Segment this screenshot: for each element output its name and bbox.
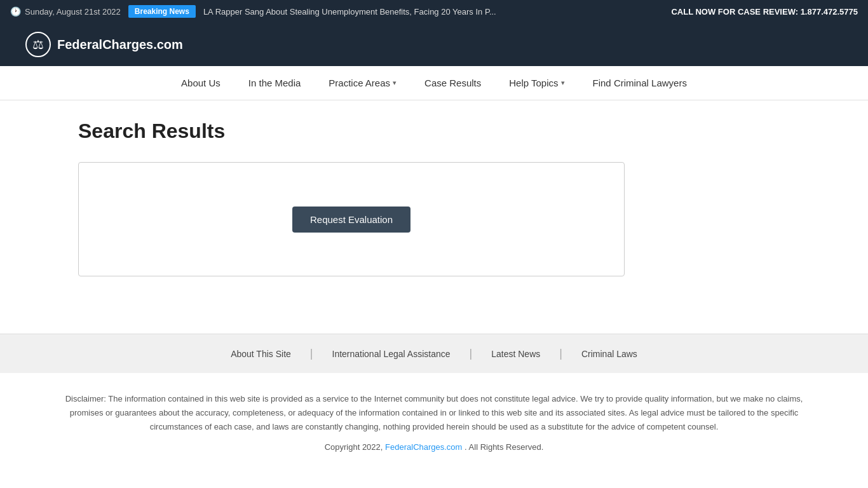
- copyright-link[interactable]: FederalCharges.com: [385, 442, 462, 452]
- footer-copyright: Copyright 2022, FederalCharges.com . All…: [51, 440, 817, 454]
- footer-nav-about-this-site[interactable]: About This Site: [212, 349, 310, 359]
- footer-nav-latest-news[interactable]: Latest News: [472, 349, 559, 359]
- logo-icon: ⚖: [25, 32, 51, 57]
- main-nav: About Us In the Media Practice Areas ▾ C…: [0, 66, 868, 100]
- copyright-prefix: Copyright 2022,: [325, 442, 383, 452]
- nav-label-case-results: Case Results: [424, 78, 481, 88]
- disclaimer-text: Disclaimer: The information contained in…: [51, 392, 817, 434]
- nav-label-help-topics: Help Topics: [509, 78, 558, 88]
- logo-icon-symbol: ⚖: [32, 37, 44, 52]
- nav-label-about-us: About Us: [181, 78, 220, 88]
- nav-item-help-topics[interactable]: Help Topics ▾: [495, 66, 578, 100]
- breaking-news-text: LA Rapper Sang About Stealing Unemployme…: [203, 7, 664, 17]
- nav-label-practice-areas: Practice Areas: [329, 78, 390, 88]
- top-bar: 🕐 Sunday, August 21st 2022 Breaking News…: [0, 0, 868, 23]
- footer-nav: About This Site | International Legal As…: [0, 334, 868, 373]
- sidebar: [644, 119, 771, 276]
- site-logo[interactable]: ⚖ FederalCharges.com: [25, 32, 183, 57]
- call-now-text: CALL NOW FOR CASE REVIEW: 1.877.472.5775: [671, 7, 858, 17]
- nav-label-find-criminal-lawyers: Find Criminal Lawyers: [593, 78, 687, 88]
- footer-nav-criminal-laws[interactable]: Criminal Laws: [562, 349, 656, 359]
- site-header: ⚖ FederalCharges.com: [0, 23, 868, 66]
- breaking-news-badge: Breaking News: [128, 5, 196, 18]
- copyright-suffix: . All Rights Reserved.: [465, 442, 543, 452]
- footer-disclaimer: Disclaimer: The information contained in…: [0, 373, 868, 473]
- footer-nav-international-legal[interactable]: International Legal Assistance: [313, 349, 470, 359]
- nav-item-in-the-media[interactable]: In the Media: [234, 66, 315, 100]
- content-area: Search Results Request Evaluation: [78, 119, 625, 276]
- nav-item-practice-areas[interactable]: Practice Areas ▾: [315, 66, 410, 100]
- clock-icon: 🕐: [10, 6, 21, 17]
- request-evaluation-button[interactable]: Request Evaluation: [292, 207, 410, 233]
- nav-item-about-us[interactable]: About Us: [167, 66, 234, 100]
- page-title: Search Results: [78, 119, 625, 143]
- nav-item-case-results[interactable]: Case Results: [410, 66, 495, 100]
- search-form-box: Request Evaluation: [78, 162, 625, 276]
- nav-item-find-criminal-lawyers[interactable]: Find Criminal Lawyers: [579, 66, 701, 100]
- chevron-down-icon-help: ▾: [561, 79, 565, 87]
- date-text: Sunday, August 21st 2022: [25, 7, 121, 17]
- nav-label-in-the-media: In the Media: [248, 78, 301, 88]
- logo-text: FederalCharges.com: [57, 37, 183, 52]
- main-content: Search Results Request Evaluation: [53, 100, 815, 295]
- date-display: 🕐 Sunday, August 21st 2022: [10, 6, 121, 17]
- chevron-down-icon: ▾: [393, 79, 397, 87]
